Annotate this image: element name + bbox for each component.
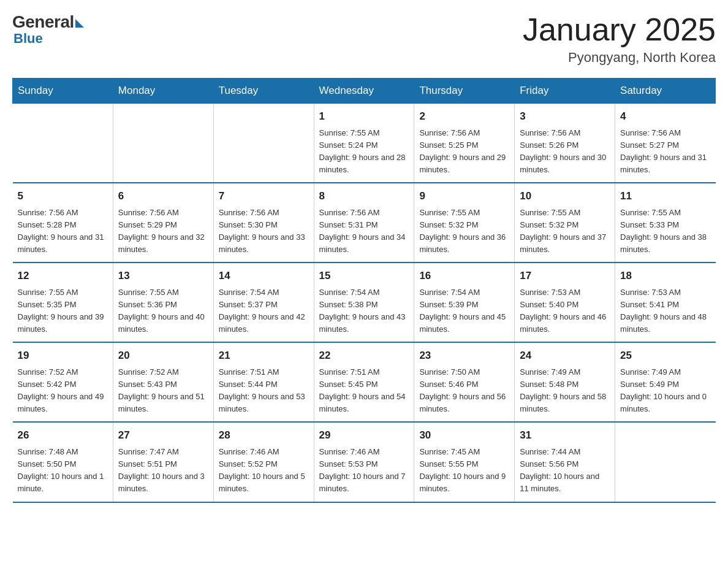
day-number: 30	[419, 427, 509, 443]
week-row-3: 12Sunrise: 7:55 AM Sunset: 5:35 PM Dayli…	[13, 262, 716, 342]
day-info: Sunrise: 7:51 AM Sunset: 5:45 PM Dayligh…	[319, 366, 409, 416]
day-number: 15	[319, 268, 409, 284]
day-info: Sunrise: 7:56 AM Sunset: 5:25 PM Dayligh…	[419, 127, 509, 177]
day-info: Sunrise: 7:52 AM Sunset: 5:43 PM Dayligh…	[118, 366, 208, 416]
day-number: 20	[118, 348, 208, 364]
day-number: 11	[620, 188, 710, 204]
day-cell: 1Sunrise: 7:55 AM Sunset: 5:24 PM Daylig…	[314, 104, 414, 183]
day-number: 14	[219, 268, 309, 284]
day-cell: 30Sunrise: 7:45 AM Sunset: 5:55 PM Dayli…	[414, 422, 515, 502]
day-number: 25	[620, 348, 710, 364]
logo-general-text: General	[12, 12, 74, 32]
day-cell: 23Sunrise: 7:50 AM Sunset: 5:46 PM Dayli…	[414, 342, 515, 422]
header-cell-sunday: Sunday	[13, 79, 113, 104]
calendar-table: SundayMondayTuesdayWednesdayThursdayFrid…	[12, 78, 716, 502]
day-cell	[615, 422, 716, 502]
header-cell-saturday: Saturday	[615, 79, 716, 104]
day-info: Sunrise: 7:56 AM Sunset: 5:28 PM Dayligh…	[18, 207, 108, 256]
day-cell: 28Sunrise: 7:46 AM Sunset: 5:52 PM Dayli…	[213, 422, 314, 502]
day-info: Sunrise: 7:54 AM Sunset: 5:38 PM Dayligh…	[319, 286, 409, 336]
week-row-2: 5Sunrise: 7:56 AM Sunset: 5:28 PM Daylig…	[13, 183, 716, 262]
day-number: 7	[219, 188, 309, 204]
page-header: General Blue January 2025 Pyongyang, Nor…	[12, 12, 716, 66]
day-number: 16	[419, 268, 509, 284]
day-number: 4	[620, 109, 710, 124]
title-section: January 2025 Pyongyang, North Korea	[523, 12, 716, 66]
day-number: 23	[419, 348, 509, 364]
day-number: 18	[620, 268, 710, 284]
day-cell: 19Sunrise: 7:52 AM Sunset: 5:42 PM Dayli…	[13, 342, 113, 422]
day-info: Sunrise: 7:52 AM Sunset: 5:42 PM Dayligh…	[18, 366, 108, 416]
day-cell	[213, 104, 314, 183]
day-number: 2	[419, 109, 509, 124]
day-cell: 8Sunrise: 7:56 AM Sunset: 5:31 PM Daylig…	[314, 183, 414, 262]
day-cell: 27Sunrise: 7:47 AM Sunset: 5:51 PM Dayli…	[113, 422, 213, 502]
day-cell: 17Sunrise: 7:53 AM Sunset: 5:40 PM Dayli…	[515, 262, 615, 342]
day-info: Sunrise: 7:48 AM Sunset: 5:50 PM Dayligh…	[18, 446, 108, 496]
day-cell: 20Sunrise: 7:52 AM Sunset: 5:43 PM Dayli…	[113, 342, 213, 422]
header-cell-wednesday: Wednesday	[314, 79, 414, 104]
day-cell: 12Sunrise: 7:55 AM Sunset: 5:35 PM Dayli…	[13, 262, 113, 342]
day-info: Sunrise: 7:45 AM Sunset: 5:55 PM Dayligh…	[419, 446, 509, 496]
day-cell	[113, 104, 213, 183]
day-number: 26	[18, 427, 108, 443]
calendar-header: SundayMondayTuesdayWednesdayThursdayFrid…	[13, 79, 716, 104]
day-number: 1	[319, 109, 409, 124]
day-number: 21	[219, 348, 309, 364]
day-cell: 22Sunrise: 7:51 AM Sunset: 5:45 PM Dayli…	[314, 342, 414, 422]
day-cell: 24Sunrise: 7:49 AM Sunset: 5:48 PM Dayli…	[515, 342, 615, 422]
day-cell: 13Sunrise: 7:55 AM Sunset: 5:36 PM Dayli…	[113, 262, 213, 342]
day-number: 13	[118, 268, 208, 284]
header-cell-tuesday: Tuesday	[213, 79, 314, 104]
day-cell: 26Sunrise: 7:48 AM Sunset: 5:50 PM Dayli…	[13, 422, 113, 502]
logo: General Blue	[12, 12, 84, 45]
day-info: Sunrise: 7:49 AM Sunset: 5:48 PM Dayligh…	[520, 366, 610, 416]
day-info: Sunrise: 7:56 AM Sunset: 5:29 PM Dayligh…	[118, 207, 208, 256]
day-info: Sunrise: 7:55 AM Sunset: 5:32 PM Dayligh…	[419, 207, 509, 256]
day-cell: 15Sunrise: 7:54 AM Sunset: 5:38 PM Dayli…	[314, 262, 414, 342]
logo-blue-text: Blue	[13, 32, 43, 45]
day-cell: 11Sunrise: 7:55 AM Sunset: 5:33 PM Dayli…	[615, 183, 716, 262]
header-row: SundayMondayTuesdayWednesdayThursdayFrid…	[13, 79, 716, 104]
week-row-1: 1Sunrise: 7:55 AM Sunset: 5:24 PM Daylig…	[13, 104, 716, 183]
day-cell: 10Sunrise: 7:55 AM Sunset: 5:32 PM Dayli…	[515, 183, 615, 262]
day-number: 17	[520, 268, 610, 284]
day-number: 10	[520, 188, 610, 204]
day-info: Sunrise: 7:46 AM Sunset: 5:52 PM Dayligh…	[219, 446, 309, 496]
day-cell: 29Sunrise: 7:46 AM Sunset: 5:53 PM Dayli…	[314, 422, 414, 502]
day-number: 8	[319, 188, 409, 204]
day-number: 3	[520, 109, 610, 124]
day-info: Sunrise: 7:50 AM Sunset: 5:46 PM Dayligh…	[419, 366, 509, 416]
day-cell: 16Sunrise: 7:54 AM Sunset: 5:39 PM Dayli…	[414, 262, 515, 342]
day-number: 12	[18, 268, 108, 284]
week-row-5: 26Sunrise: 7:48 AM Sunset: 5:50 PM Dayli…	[13, 422, 716, 502]
day-info: Sunrise: 7:53 AM Sunset: 5:40 PM Dayligh…	[520, 286, 610, 336]
day-info: Sunrise: 7:53 AM Sunset: 5:41 PM Dayligh…	[620, 286, 710, 336]
day-info: Sunrise: 7:47 AM Sunset: 5:51 PM Dayligh…	[118, 446, 208, 496]
header-cell-thursday: Thursday	[414, 79, 515, 104]
day-info: Sunrise: 7:54 AM Sunset: 5:37 PM Dayligh…	[219, 286, 309, 336]
day-info: Sunrise: 7:55 AM Sunset: 5:24 PM Dayligh…	[319, 127, 409, 177]
day-cell: 2Sunrise: 7:56 AM Sunset: 5:25 PM Daylig…	[414, 104, 515, 183]
day-info: Sunrise: 7:49 AM Sunset: 5:49 PM Dayligh…	[620, 366, 710, 416]
day-info: Sunrise: 7:55 AM Sunset: 5:33 PM Dayligh…	[620, 207, 710, 256]
day-cell: 5Sunrise: 7:56 AM Sunset: 5:28 PM Daylig…	[13, 183, 113, 262]
day-cell: 7Sunrise: 7:56 AM Sunset: 5:30 PM Daylig…	[213, 183, 314, 262]
day-info: Sunrise: 7:51 AM Sunset: 5:44 PM Dayligh…	[219, 366, 309, 416]
day-info: Sunrise: 7:56 AM Sunset: 5:31 PM Dayligh…	[319, 207, 409, 256]
day-info: Sunrise: 7:56 AM Sunset: 5:27 PM Dayligh…	[620, 127, 710, 177]
calendar-body: 1Sunrise: 7:55 AM Sunset: 5:24 PM Daylig…	[13, 104, 716, 502]
day-number: 22	[319, 348, 409, 364]
day-number: 6	[118, 188, 208, 204]
day-cell: 21Sunrise: 7:51 AM Sunset: 5:44 PM Dayli…	[213, 342, 314, 422]
day-info: Sunrise: 7:46 AM Sunset: 5:53 PM Dayligh…	[319, 446, 409, 496]
day-cell	[13, 104, 113, 183]
day-number: 28	[219, 427, 309, 443]
day-info: Sunrise: 7:56 AM Sunset: 5:26 PM Dayligh…	[520, 127, 610, 177]
location-text: Pyongyang, North Korea	[523, 50, 716, 66]
day-number: 27	[118, 427, 208, 443]
day-cell: 14Sunrise: 7:54 AM Sunset: 5:37 PM Dayli…	[213, 262, 314, 342]
day-number: 5	[18, 188, 108, 204]
header-cell-friday: Friday	[515, 79, 615, 104]
day-cell: 9Sunrise: 7:55 AM Sunset: 5:32 PM Daylig…	[414, 183, 515, 262]
